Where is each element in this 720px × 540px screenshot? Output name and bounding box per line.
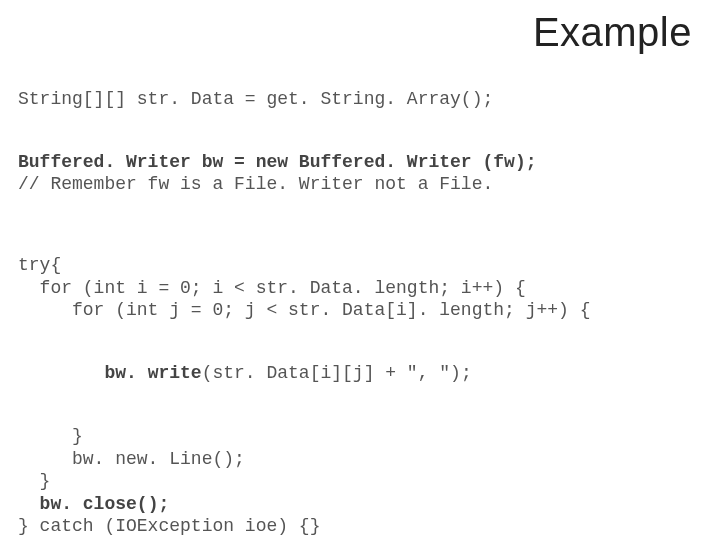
code-line: bw. close();: [18, 494, 169, 514]
code-line: // Remember fw is a File. Writer not a F…: [18, 174, 493, 194]
code-line: for (int j = 0; j < str. Data[i]. length…: [18, 300, 591, 320]
code-frag: (str. Data[i][j] + ", ");: [202, 363, 472, 383]
blank-line: [18, 385, 702, 403]
code-block: String[][] str. Data = get. String. Arra…: [18, 65, 702, 540]
code-bold-frag: bw. write: [104, 363, 201, 383]
slide-title: Example: [18, 10, 692, 55]
code-line-bold: Buffered. Writer bw = new Buffered. Writ…: [18, 152, 536, 172]
code-line: try{: [18, 255, 61, 275]
code-line: bw. write(str. Data[i][j] + ", ");: [18, 363, 472, 383]
code-line: for (int i = 0; i < str. Data. length; i…: [18, 278, 526, 298]
code-line: }: [18, 471, 50, 491]
indent: [18, 494, 40, 514]
blank-line: [18, 110, 702, 128]
code-line: bw. new. Line();: [18, 449, 245, 469]
indent: [18, 363, 104, 383]
slide-container: Example String[][] str. Data = get. Stri…: [0, 0, 720, 540]
blank-line: [18, 196, 702, 232]
code-line: } catch (IOException ioe) {}: [18, 516, 320, 536]
blank-line: [18, 322, 702, 340]
code-line: }: [18, 426, 83, 446]
code-bold-frag: bw. close();: [40, 494, 170, 514]
code-line: String[][] str. Data = get. String. Arra…: [18, 89, 493, 109]
